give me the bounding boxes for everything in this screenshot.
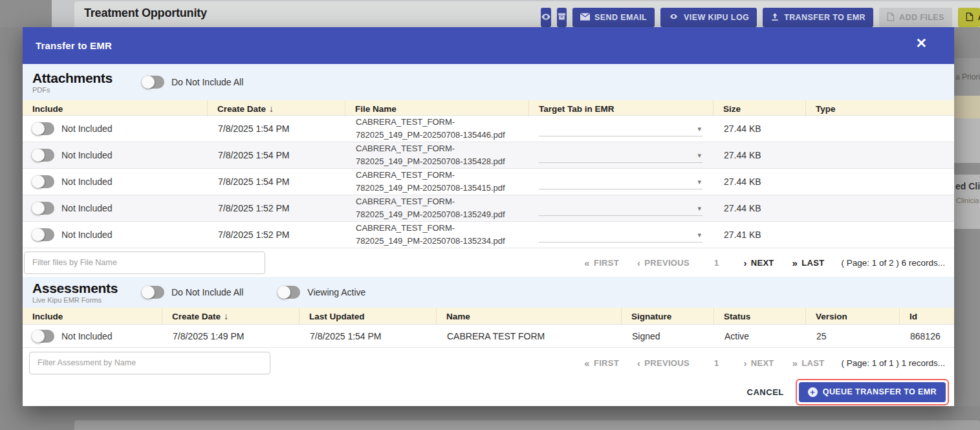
chevron-first-icon: « xyxy=(584,257,590,268)
column-status[interactable]: Status xyxy=(713,308,805,325)
size-cell: 27.44 KB xyxy=(713,169,805,195)
column-id[interactable]: Id xyxy=(899,308,954,325)
previous-page-button[interactable]: ‹PREVIOUS xyxy=(637,358,690,369)
target-tab-dropdown[interactable]: ▾ xyxy=(539,121,702,136)
target-tab-dropdown[interactable]: ▾ xyxy=(539,174,702,189)
first-page-button[interactable]: «FIRST xyxy=(584,257,619,268)
chevron-down-icon: ▾ xyxy=(697,204,702,215)
queue-transfer-label: QUEUE TRANSFER TO EMR xyxy=(823,387,937,396)
chevron-down-icon: ▾ xyxy=(697,125,702,136)
attachment-row: Not Included 7/8/2025 1:54 PM CABRERA_TE… xyxy=(23,116,954,142)
include-toggle[interactable] xyxy=(32,149,54,162)
type-cell xyxy=(805,142,954,168)
chevron-down-icon: ▾ xyxy=(697,231,702,242)
chevron-first-icon: « xyxy=(584,358,590,369)
page-number[interactable]: 1 xyxy=(714,258,719,268)
create-date-cell: 7/8/2025 1:54 PM xyxy=(207,142,345,168)
column-include[interactable]: Include xyxy=(23,100,207,117)
column-name[interactable]: Name xyxy=(436,308,621,325)
toolbar: SEND EMAIL VIEW KIPU LOG TRANSFER TO EMR… xyxy=(541,8,980,27)
attachments-footer-row: «FIRST ‹PREVIOUS 1 ›NEXT »LAST ( Page: 1… xyxy=(23,248,954,277)
first-page-button[interactable]: «FIRST xyxy=(584,358,619,369)
column-create-date[interactable]: Create Date↓ xyxy=(162,308,299,325)
include-toggle[interactable] xyxy=(32,202,54,215)
column-signature[interactable]: Signature xyxy=(621,308,713,325)
assessments-section-header: Assessments Live Kipu EMR Forms Do Not I… xyxy=(23,277,954,308)
column-version[interactable]: Version xyxy=(805,308,899,325)
column-create-date[interactable]: Create Date↓ xyxy=(207,100,345,117)
assessments-pagination: «FIRST ‹PREVIOUS 1 ›NEXT »LAST ( Page: 1… xyxy=(566,358,945,369)
send-email-button[interactable]: SEND EMAIL xyxy=(572,8,655,27)
archive-button[interactable]: ARCHIVE xyxy=(958,8,980,27)
create-date-cell: 7/8/2025 1:54 PM xyxy=(207,169,345,195)
upload-icon xyxy=(770,12,779,23)
file-icon xyxy=(887,12,895,23)
column-type[interactable]: Type xyxy=(805,100,954,117)
chevron-down-icon: ▾ xyxy=(697,178,702,189)
chevron-next-icon: › xyxy=(743,257,746,268)
visibility-icon-button[interactable] xyxy=(541,8,551,27)
target-tab-dropdown[interactable]: ▾ xyxy=(539,227,702,242)
next-page-button[interactable]: ›NEXT xyxy=(743,358,774,369)
background-fragment xyxy=(954,118,980,163)
target-tab-dropdown[interactable]: ▾ xyxy=(539,147,702,163)
viewing-active-toggle[interactable] xyxy=(278,286,300,299)
background-text-clinician: Clinicia xyxy=(956,197,979,204)
file-name-cell: CABRERA_TEST_FORM-782025_149_PM-20250708… xyxy=(345,195,528,221)
include-label: Not Included xyxy=(61,177,113,187)
type-cell xyxy=(805,195,954,221)
column-last-updated[interactable]: Last Updated xyxy=(299,308,436,325)
page-title: Treatment Opportunity xyxy=(84,6,207,20)
last-page-button[interactable]: »LAST xyxy=(792,358,825,369)
chevron-next-icon: › xyxy=(743,358,746,369)
create-date-cell: 7/8/2025 1:49 PM xyxy=(162,325,299,347)
archive-box-icon xyxy=(557,12,567,23)
cancel-button[interactable]: CANCEL xyxy=(747,387,784,397)
close-icon[interactable]: ✕ xyxy=(915,36,927,50)
size-cell: 27.41 KB xyxy=(713,222,805,248)
chevron-last-icon: » xyxy=(792,358,798,369)
queue-transfer-to-emr-button[interactable]: + QUEUE TRANSFER TO EMR xyxy=(799,382,946,402)
eye-icon xyxy=(668,12,679,23)
column-file-name[interactable]: File Name xyxy=(345,100,528,117)
archive-box-icon-button[interactable] xyxy=(557,8,567,27)
do-not-include-all-toggle[interactable] xyxy=(142,286,164,299)
column-target-tab[interactable]: Target Tab in EMR xyxy=(528,100,713,117)
create-date-cell: 7/8/2025 1:52 PM xyxy=(207,195,345,221)
size-cell: 27.44 KB xyxy=(713,142,805,168)
column-size[interactable]: Size xyxy=(713,100,805,117)
modal-backdrop-right: a Priority ed Clin Clinicia xyxy=(954,27,980,430)
page-number[interactable]: 1 xyxy=(714,358,719,368)
assessment-filter-input[interactable] xyxy=(29,352,270,374)
status-cell: Active xyxy=(713,325,805,347)
include-label: Not Included xyxy=(61,124,113,134)
file-name-cell: CABRERA_TEST_FORM-782025_149_PM-20250708… xyxy=(345,169,528,195)
chevron-last-icon: » xyxy=(792,257,798,268)
include-label: Not Included xyxy=(61,203,113,213)
previous-page-button[interactable]: ‹PREVIOUS xyxy=(637,257,690,268)
assessments-subheading: Live Kipu EMR Forms xyxy=(32,296,133,304)
file-name-filter-input[interactable] xyxy=(24,252,265,274)
transfer-to-emr-button[interactable]: TRANSFER TO EMR xyxy=(763,8,873,27)
include-toggle[interactable] xyxy=(32,228,54,241)
assessments-table-header: Include Create Date↓ Last Updated Name S… xyxy=(23,308,954,325)
last-page-button[interactable]: »LAST xyxy=(792,257,825,268)
chevron-prev-icon: ‹ xyxy=(637,257,640,268)
add-files-button[interactable]: ADD FILES xyxy=(879,8,952,27)
add-files-label: ADD FILES xyxy=(899,13,944,22)
include-label: Not Included xyxy=(61,150,113,160)
target-tab-dropdown[interactable]: ▾ xyxy=(539,200,702,216)
include-toggle[interactable] xyxy=(32,330,54,343)
view-kipu-log-button[interactable]: VIEW KIPU LOG xyxy=(660,8,757,27)
view-kipu-log-label: VIEW KIPU LOG xyxy=(684,13,749,22)
type-cell xyxy=(805,169,954,195)
include-toggle[interactable] xyxy=(32,122,54,135)
next-page-button[interactable]: ›NEXT xyxy=(743,257,774,268)
do-not-include-all-toggle[interactable] xyxy=(142,76,164,89)
chevron-down-icon: ▾ xyxy=(697,151,702,162)
chevron-prev-icon: ‹ xyxy=(637,358,640,369)
include-toggle[interactable] xyxy=(32,175,54,188)
attachment-row: Not Included 7/8/2025 1:54 PM CABRERA_TE… xyxy=(23,142,954,169)
file-name-cell: CABRERA_TEST_FORM-782025_149_PM-20250708… xyxy=(345,116,528,142)
column-include[interactable]: Include xyxy=(23,308,162,325)
